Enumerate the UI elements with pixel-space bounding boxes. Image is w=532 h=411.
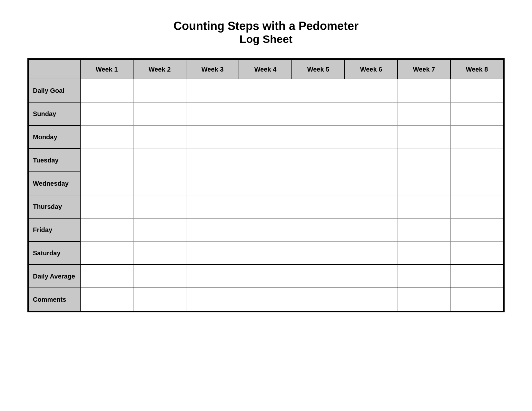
cell-wednesday-w4[interactable] [239, 172, 292, 195]
cell-daily-average-w3[interactable] [186, 265, 239, 288]
header-row: Week 1 Week 2 Week 3 Week 4 Week 5 Week … [29, 60, 503, 79]
cell-wednesday-w6[interactable] [345, 172, 398, 195]
cell-daily-average-w6[interactable] [345, 265, 398, 288]
cell-thursday-w4[interactable] [239, 195, 292, 218]
row-sunday: Sunday [29, 102, 503, 125]
cell-daily-goal-w6[interactable] [345, 79, 398, 102]
cell-monday-w8[interactable] [450, 125, 503, 149]
cell-friday-w2[interactable] [133, 218, 186, 241]
row-saturday: Saturday [29, 241, 503, 265]
cell-sunday-w6[interactable] [345, 102, 398, 125]
row-thursday: Thursday [29, 195, 503, 218]
cell-saturday-w7[interactable] [398, 241, 450, 265]
cell-friday-w6[interactable] [345, 218, 398, 241]
cell-wednesday-w8[interactable] [450, 172, 503, 195]
cell-sunday-w3[interactable] [186, 102, 239, 125]
label-monday: Monday [29, 125, 80, 149]
row-daily-average: Daily Average [29, 265, 503, 288]
label-friday: Friday [29, 218, 80, 241]
cell-thursday-w3[interactable] [186, 195, 239, 218]
cell-sunday-w5[interactable] [292, 102, 345, 125]
cell-comments-w2[interactable] [133, 288, 186, 311]
cell-monday-w5[interactable] [292, 125, 345, 149]
cell-comments-w5[interactable] [292, 288, 345, 311]
cell-thursday-w5[interactable] [292, 195, 345, 218]
cell-daily-goal-w4[interactable] [239, 79, 292, 102]
cell-saturday-w2[interactable] [133, 241, 186, 265]
cell-wednesday-w1[interactable] [80, 172, 133, 195]
cell-tuesday-w2[interactable] [133, 149, 186, 172]
cell-comments-w6[interactable] [345, 288, 398, 311]
cell-friday-w7[interactable] [398, 218, 450, 241]
cell-comments-w3[interactable] [186, 288, 239, 311]
header-week6: Week 6 [345, 60, 398, 79]
cell-tuesday-w7[interactable] [398, 149, 450, 172]
header-week2: Week 2 [133, 60, 186, 79]
label-comments: Comments [29, 288, 80, 311]
cell-thursday-w7[interactable] [398, 195, 450, 218]
cell-sunday-w2[interactable] [133, 102, 186, 125]
cell-sunday-w1[interactable] [80, 102, 133, 125]
cell-saturday-w4[interactable] [239, 241, 292, 265]
cell-friday-w1[interactable] [80, 218, 133, 241]
cell-thursday-w1[interactable] [80, 195, 133, 218]
cell-thursday-w6[interactable] [345, 195, 398, 218]
cell-tuesday-w4[interactable] [239, 149, 292, 172]
cell-wednesday-w7[interactable] [398, 172, 450, 195]
header-label-col [29, 60, 80, 79]
cell-friday-w4[interactable] [239, 218, 292, 241]
cell-tuesday-w8[interactable] [450, 149, 503, 172]
cell-monday-w4[interactable] [239, 125, 292, 149]
cell-daily-goal-w3[interactable] [186, 79, 239, 102]
cell-daily-average-w1[interactable] [80, 265, 133, 288]
cell-daily-goal-w7[interactable] [398, 79, 450, 102]
cell-monday-w1[interactable] [80, 125, 133, 149]
cell-daily-goal-w5[interactable] [292, 79, 345, 102]
cell-thursday-w8[interactable] [450, 195, 503, 218]
cell-wednesday-w5[interactable] [292, 172, 345, 195]
cell-saturday-w1[interactable] [80, 241, 133, 265]
cell-daily-average-w5[interactable] [292, 265, 345, 288]
cell-friday-w3[interactable] [186, 218, 239, 241]
log-table-container: Week 1 Week 2 Week 3 Week 4 Week 5 Week … [27, 58, 505, 312]
label-daily-average: Daily Average [29, 265, 80, 288]
cell-saturday-w3[interactable] [186, 241, 239, 265]
cell-daily-average-w4[interactable] [239, 265, 292, 288]
cell-friday-w8[interactable] [450, 218, 503, 241]
label-thursday: Thursday [29, 195, 80, 218]
row-daily-goal: Daily Goal [29, 79, 503, 102]
cell-saturday-w6[interactable] [345, 241, 398, 265]
cell-thursday-w2[interactable] [133, 195, 186, 218]
cell-daily-average-w2[interactable] [133, 265, 186, 288]
cell-comments-w4[interactable] [239, 288, 292, 311]
cell-sunday-w7[interactable] [398, 102, 450, 125]
cell-daily-goal-w2[interactable] [133, 79, 186, 102]
cell-saturday-w5[interactable] [292, 241, 345, 265]
cell-monday-w3[interactable] [186, 125, 239, 149]
label-tuesday: Tuesday [29, 149, 80, 172]
cell-daily-goal-w8[interactable] [450, 79, 503, 102]
cell-tuesday-w5[interactable] [292, 149, 345, 172]
cell-tuesday-w6[interactable] [345, 149, 398, 172]
cell-comments-w1[interactable] [80, 288, 133, 311]
cell-saturday-w8[interactable] [450, 241, 503, 265]
row-wednesday: Wednesday [29, 172, 503, 195]
cell-wednesday-w2[interactable] [133, 172, 186, 195]
cell-monday-w7[interactable] [398, 125, 450, 149]
cell-monday-w2[interactable] [133, 125, 186, 149]
cell-friday-w5[interactable] [292, 218, 345, 241]
cell-daily-average-w7[interactable] [398, 265, 450, 288]
cell-daily-average-w8[interactable] [450, 265, 503, 288]
cell-tuesday-w1[interactable] [80, 149, 133, 172]
cell-tuesday-w3[interactable] [186, 149, 239, 172]
header-week3: Week 3 [186, 60, 239, 79]
header-week4: Week 4 [239, 60, 292, 79]
cell-daily-goal-w1[interactable] [80, 79, 133, 102]
cell-sunday-w4[interactable] [239, 102, 292, 125]
page-title: Counting Steps with a Pedometer Log Shee… [173, 19, 359, 45]
cell-sunday-w8[interactable] [450, 102, 503, 125]
cell-monday-w6[interactable] [345, 125, 398, 149]
cell-wednesday-w3[interactable] [186, 172, 239, 195]
cell-comments-w7[interactable] [398, 288, 450, 311]
cell-comments-w8[interactable] [450, 288, 503, 311]
